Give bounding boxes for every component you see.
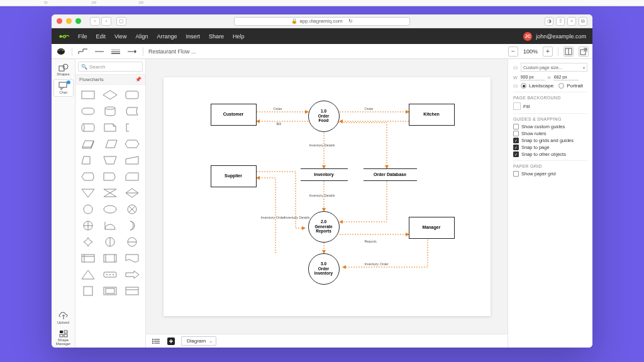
shape-database[interactable] [101,104,119,118]
node-process-2[interactable]: 2.0 Generate Reports [308,211,340,243]
cb-rulers[interactable] [513,131,519,136]
line-style-icon[interactable] [94,47,105,56]
tabs-icon[interactable]: ⧉ [579,17,587,26]
shape-ellipse[interactable] [101,202,119,216]
shape-predefined[interactable] [101,251,119,265]
shape-manual-input[interactable] [123,153,142,167]
shape-trap2[interactable] [101,153,119,167]
document-title[interactable]: Restaurant Flow ... [148,48,196,55]
reload-icon[interactable]: ↻ [348,18,353,24]
shape-rectangle[interactable] [79,88,97,102]
menu-edit[interactable]: Edit [96,33,106,40]
shape-stored-data[interactable] [123,104,142,118]
shape-moon[interactable] [123,219,142,233]
popout-icon[interactable] [579,47,589,57]
nav-forward-button[interactable]: › [101,17,111,26]
menu-insert[interactable]: Insert [186,33,200,40]
node-process-3[interactable]: 3.0 Order Inventory [308,253,340,285]
shape-annotation[interactable] [123,121,142,134]
canvas-area[interactable]: Customer 1.0 Order Food Kitchen Supplier… [146,59,508,334]
shape-triangle-down[interactable] [79,186,97,200]
shape-search-input[interactable]: 🔍 Search [78,62,143,72]
node-supplier[interactable]: Supplier [211,165,257,187]
shape-terminator[interactable] [79,104,97,118]
shape-process-header[interactable] [123,284,142,298]
node-inventory[interactable]: Inventory [301,168,348,181]
user-avatar[interactable]: JC [523,32,532,41]
shape-frame[interactable] [101,284,119,298]
shape-prism[interactable] [79,137,97,151]
shapes-panel-header[interactable]: Flowcharts 📌 [75,74,145,85]
arrow-end-icon[interactable] [126,47,138,56]
new-tab-icon[interactable]: + [567,17,576,26]
line-weight-icon[interactable] [110,47,121,56]
menu-align[interactable]: Align [135,33,148,40]
shape-note[interactable] [101,121,119,134]
cb-snap-page[interactable] [513,145,519,150]
url-bar[interactable]: 🔒 app.diagramiq.com ↻ [234,17,410,26]
cb-custom-guides[interactable] [513,124,519,129]
cb-snap-objects[interactable] [513,151,519,157]
zoom-value[interactable]: 100% [523,48,538,55]
shape-more[interactable] [101,268,119,282]
nav-sidebar-button[interactable]: ▢ [116,17,126,26]
cb-snap-grids[interactable] [513,138,519,143]
shape-cylinder-horiz[interactable] [79,121,97,134]
shape-trapezoid[interactable] [79,153,97,167]
node-order-db[interactable]: Order Database [364,168,417,181]
shape-circle-hline[interactable] [123,235,142,249]
sheet-tab[interactable]: Diagram [181,336,216,346]
cb-paper-grid[interactable] [513,171,519,177]
shape-square[interactable] [79,284,97,298]
shape-sum-junction[interactable] [123,202,142,216]
shape-display[interactable] [79,170,97,184]
list-view-icon[interactable] [151,336,161,346]
shape-circle-vline[interactable] [101,235,119,249]
radio-portrait[interactable] [558,83,564,89]
shield-icon[interactable]: ◑ [545,17,553,26]
menu-share[interactable]: Share [209,33,224,40]
shape-star4[interactable] [79,235,97,249]
shape-sort[interactable] [123,186,142,200]
rail-shape-manager[interactable]: Shape Manager [53,327,74,348]
shape-card[interactable] [123,170,142,184]
page-size-select[interactable]: Custom page size... [521,63,587,72]
shape-rounded-rect[interactable] [123,88,142,102]
zoom-out-button[interactable]: − [508,47,518,57]
zoom-in-button[interactable]: + [543,47,553,57]
share-icon[interactable]: ⇪ [556,17,565,26]
node-manager[interactable]: Manager [409,217,455,239]
shape-parallelogram[interactable] [101,137,119,151]
window-maximize-icon[interactable] [75,18,81,24]
menu-help[interactable]: Help [233,33,245,40]
canvas-page[interactable]: Customer 1.0 Order Food Kitchen Supplier… [164,77,491,316]
shape-hexagon[interactable] [123,137,142,151]
shape-diamond[interactable] [101,88,119,102]
menu-file[interactable]: File [78,33,87,40]
bg-color-swatch[interactable] [513,102,521,110]
shape-circle[interactable] [79,202,97,216]
pin-icon[interactable]: 📌 [135,77,142,82]
node-kitchen[interactable]: Kitchen [409,104,455,126]
palette-icon[interactable] [55,47,67,56]
rail-shapes[interactable]: Shapes [53,62,74,78]
shape-triangle[interactable] [79,268,97,282]
add-sheet-button[interactable] [166,336,176,346]
shape-document[interactable] [123,251,142,265]
radio-landscape[interactable] [521,83,526,89]
shape-internal-storage[interactable] [79,251,97,265]
rail-chat[interactable]: Chat [53,79,74,97]
node-customer[interactable]: Customer [211,104,257,126]
window-close-icon[interactable] [57,18,62,24]
shape-delay[interactable] [101,170,119,184]
shape-arrow-right[interactable] [123,268,142,282]
menu-view[interactable]: View [114,33,126,40]
split-view-icon[interactable] [564,47,574,57]
canvas-width-input[interactable] [520,74,545,80]
nav-back-button[interactable]: ‹ [90,17,100,26]
shape-half-circle[interactable] [101,219,119,233]
shape-collate[interactable] [101,186,119,200]
canvas-height-input[interactable] [553,74,579,80]
shape-or[interactable] [79,219,97,233]
window-minimize-icon[interactable] [66,18,72,24]
